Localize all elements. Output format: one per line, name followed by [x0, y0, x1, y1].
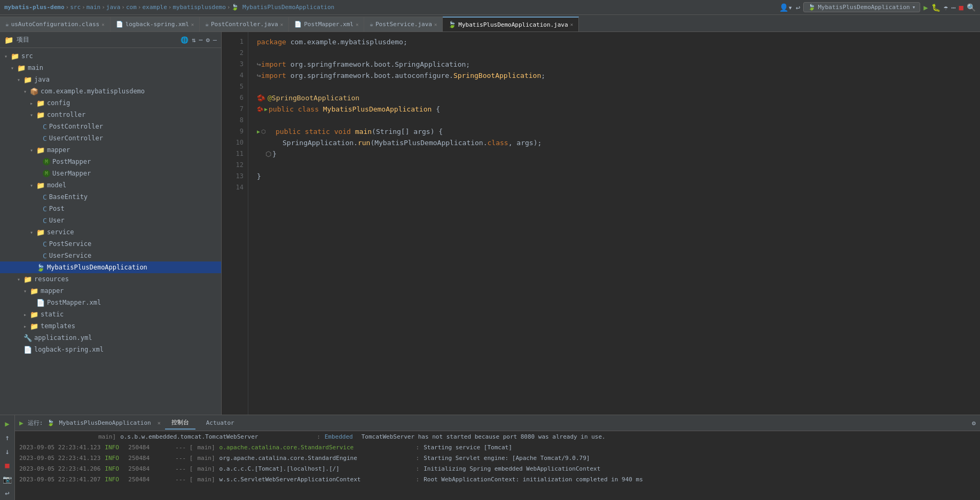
tree-user[interactable]: C User [0, 215, 221, 226]
debug-icon[interactable]: 🐛 [931, 3, 940, 12]
line-num-7: 🫘 7 [222, 104, 244, 115]
tree-usercontroller[interactable]: C UserController [0, 132, 221, 144]
close-tab-autoconfiguration[interactable]: ✕ [101, 22, 104, 27]
tree-logback-xml[interactable]: 📄 logback-spring.xml [0, 344, 221, 355]
tab-label-postservice: PostService.java [375, 21, 432, 28]
line-num-3: 3 [222, 59, 244, 70]
log-line-2: 2023-09-05 22:23:41.123 INFO 250484 --- … [15, 453, 980, 463]
gear-icon[interactable]: ⚙ [206, 36, 210, 44]
tree-label-resources-mapper: mapper [41, 287, 64, 295]
tree-resources-mapper[interactable]: ▾ 📁 mapper [0, 285, 221, 297]
tree-service[interactable]: ▾ 📁 service [0, 226, 221, 238]
expand-arrow-controller: ▾ [30, 112, 36, 118]
camera-icon[interactable]: 📷 [3, 475, 12, 483]
tree-label-package: com.example.mybatisplusdemo [41, 88, 145, 95]
tree-static[interactable]: ▸ 📁 static [0, 308, 221, 320]
folder-icon-model: 📁 [36, 181, 45, 189]
tree-label-application-yml: application.yml [34, 334, 92, 342]
tree-postservice-class[interactable]: C PostService [0, 238, 221, 250]
folder-icon-src: 📁 [11, 52, 19, 60]
more-icon[interactable]: ⋯ [951, 3, 955, 12]
spring-icon-main-app: 🍃 [36, 264, 45, 272]
line-num-10: 10 [222, 137, 244, 148]
folder-icon-java: 📁 [23, 76, 32, 84]
wrap-icon[interactable]: ↩ [5, 489, 9, 497]
tree-postcontroller[interactable]: C PostController [0, 121, 221, 132]
tree-post[interactable]: C Post [0, 203, 221, 215]
tab-label-postcontroller: PostController.java [211, 21, 278, 28]
bottom-header: ▶ 运行: 🍃 MybatisPlusDemoApplication ✕ 控制台… [15, 415, 980, 431]
tab-postservice[interactable]: ☕ PostService.java ✕ [364, 17, 443, 31]
coverage-icon[interactable]: ☂ [944, 3, 948, 12]
bottom-settings-icon[interactable]: ⚙ [972, 419, 976, 427]
tree-label-java: java [34, 76, 50, 83]
code-editor[interactable]: package com.example.mybatisplusdemo; ↪im… [248, 32, 980, 415]
minimize-icon[interactable]: — [213, 36, 217, 44]
tree-application-yml[interactable]: 🔧 application.yml [0, 332, 221, 344]
run-icon-side[interactable]: ▶ [5, 419, 9, 428]
line-num-4: 4 [222, 70, 244, 81]
tab-autoconfiguration[interactable]: ☕ usAutoConfiguration.class ✕ [0, 17, 111, 31]
folder-icon-resources: 📁 [23, 275, 32, 283]
editor-area[interactable]: 1 2 3 4 5 🫘 6 🫘 7 8 ▶ 9 10 1 [222, 32, 980, 415]
person-icon[interactable]: 👤▾ [779, 3, 793, 12]
stop-icon[interactable]: ■ [959, 3, 963, 12]
tree-baseentity[interactable]: C BaseEntity [0, 191, 221, 203]
tree-postmapper-class[interactable]: M PostMapper [0, 156, 221, 168]
tab-postmapper[interactable]: 📄 PostMapper.xml ✕ [289, 17, 364, 31]
close-tab-main-app[interactable]: ✕ [570, 22, 573, 27]
search-icon[interactable]: 🔍 [967, 3, 976, 12]
code-line-12 [257, 160, 971, 171]
tab-console[interactable]: 控制台 [165, 416, 195, 430]
tree-model[interactable]: ▾ 📁 model [0, 179, 221, 191]
tree-templates[interactable]: ▸ 📁 templates [0, 320, 221, 332]
run-config-selector[interactable]: 🍃 MybatisPlusDemoApplication ▾ [803, 2, 920, 12]
tree-package[interactable]: ▾ 📦 com.example.mybatisplusdemo [0, 85, 221, 97]
down-icon[interactable]: ↓ [5, 447, 9, 456]
tab-logback[interactable]: 📄 logback-spring.xml ✕ [111, 17, 200, 31]
expand-arrow-static: ▸ [23, 312, 30, 318]
tab-icon-autoconfiguration: ☕ [5, 21, 9, 28]
tab-icon-main-app: 🍃 [448, 21, 456, 28]
code-line-13: } [257, 171, 971, 182]
collapse-icon[interactable]: 🌐 [181, 36, 189, 44]
tree-label-post: Post [49, 205, 65, 212]
back-icon[interactable]: ↩ [796, 3, 800, 12]
tab-icon-postservice: ☕ [370, 21, 373, 28]
filter-icon[interactable]: ⋯ [199, 36, 202, 44]
run-icon-header: ▶ [19, 419, 23, 427]
close-tab-logback[interactable]: ✕ [191, 22, 194, 27]
close-tab-postcontroller[interactable]: ✕ [280, 22, 283, 27]
line-num-9: ▶ 9 [222, 126, 244, 137]
tree-mapper[interactable]: ▾ 📁 mapper [0, 144, 221, 156]
tree-src[interactable]: ▾ 📁 src [0, 50, 221, 62]
spring-icon-header: 🍃 [47, 419, 54, 426]
file-tree: ▾ 📁 src ▾ 📁 main ▾ 📁 java ▾ [0, 48, 221, 415]
tree-controller[interactable]: ▾ 📁 controller [0, 109, 221, 121]
tree-userservice-class[interactable]: C UserService [0, 250, 221, 261]
tree-java[interactable]: ▾ 📁 java [0, 74, 221, 85]
run-icon[interactable]: ▶ [923, 3, 928, 12]
up-icon[interactable]: ↑ [5, 433, 9, 442]
close-run-tab[interactable]: ✕ [158, 420, 161, 426]
close-tab-postservice[interactable]: ✕ [434, 22, 437, 27]
tree-main-app[interactable]: 🍃 MybatisPlusDemoApplication [0, 261, 221, 273]
tab-main-app[interactable]: 🍃 MybatisPlusDemoApplication.java ✕ [443, 17, 579, 31]
stop-icon-side[interactable]: ■ [5, 461, 9, 470]
tree-postmapper-xml[interactable]: 📄 PostMapper.xml [0, 297, 221, 308]
xml-icon-logback: 📄 [23, 346, 32, 354]
expand-arrow-package: ▾ [23, 89, 30, 94]
close-tab-postmapper[interactable]: ✕ [356, 22, 358, 27]
tab-actuator[interactable]: Actuator [200, 417, 241, 428]
folder-icon-resources-mapper: 📁 [30, 287, 38, 295]
tree-main[interactable]: ▾ 📁 main [0, 62, 221, 74]
tab-icon-logback: 📄 [116, 21, 123, 28]
tree-config[interactable]: ▸ 📁 config [0, 97, 221, 109]
line-num-12: 12 [222, 160, 244, 171]
tree-resources[interactable]: ▾ 📁 resources [0, 273, 221, 285]
run-label: 运行: [28, 419, 43, 427]
tree-usermapper-class[interactable]: M UserMapper [0, 168, 221, 179]
sort-icon[interactable]: ⇅ [192, 36, 195, 44]
expand-arrow-service: ▾ [30, 229, 36, 235]
tab-postcontroller[interactable]: ☕ PostController.java ✕ [200, 17, 289, 31]
